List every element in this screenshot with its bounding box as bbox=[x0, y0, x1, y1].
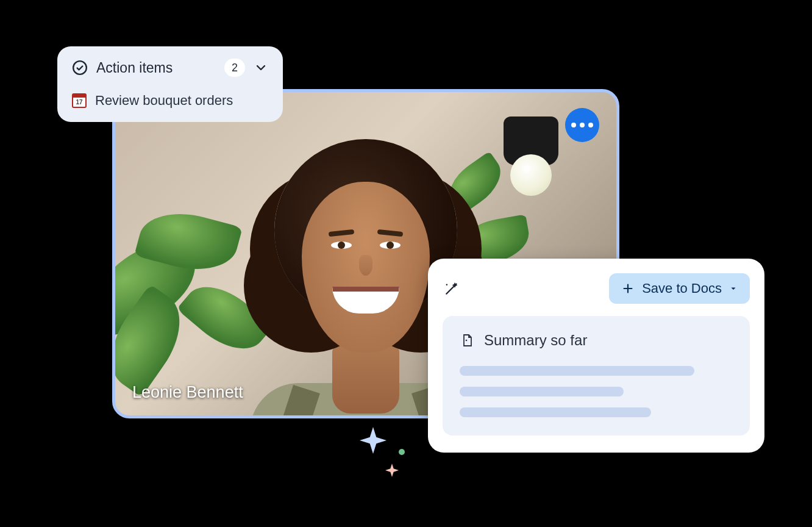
dropdown-caret-icon bbox=[729, 284, 738, 293]
participant-name-label: Leonie Bennett bbox=[132, 383, 243, 402]
sparkle-icon bbox=[385, 464, 399, 477]
summary-skeleton-line bbox=[460, 407, 651, 417]
summary-panel: Save to Docs Summary so far bbox=[428, 259, 764, 453]
calendar-icon: 17 bbox=[72, 93, 87, 108]
sparkle-icon bbox=[360, 427, 386, 454]
action-items-card: Action items 2 17 Review bouquet orders bbox=[57, 46, 283, 122]
document-icon bbox=[460, 333, 474, 348]
chevron-down-icon[interactable] bbox=[254, 60, 268, 75]
action-items-title: Action items bbox=[96, 60, 173, 76]
svg-point-1 bbox=[446, 284, 448, 286]
action-item-row[interactable]: 17 Review bouquet orders bbox=[72, 93, 268, 109]
save-to-docs-button[interactable]: Save to Docs bbox=[609, 273, 750, 304]
summary-title-label: Summary so far bbox=[484, 332, 587, 349]
summary-body: Summary so far bbox=[443, 316, 750, 436]
magic-wand-icon bbox=[443, 279, 461, 298]
more-options-button[interactable] bbox=[565, 108, 599, 142]
summary-skeleton-line bbox=[460, 366, 694, 376]
check-circle-icon bbox=[72, 60, 88, 76]
accent-dot bbox=[399, 449, 405, 455]
lamp-graphic bbox=[494, 117, 568, 190]
save-to-docs-label: Save to Docs bbox=[642, 281, 722, 296]
action-item-label: Review bouquet orders bbox=[95, 93, 233, 109]
plus-icon bbox=[621, 282, 635, 295]
svg-point-2 bbox=[466, 340, 468, 342]
svg-point-0 bbox=[73, 61, 87, 74]
more-icon bbox=[571, 123, 576, 127]
action-items-header[interactable]: Action items 2 bbox=[72, 59, 268, 77]
summary-skeleton-line bbox=[460, 387, 624, 396]
action-items-count-badge: 2 bbox=[224, 59, 245, 77]
